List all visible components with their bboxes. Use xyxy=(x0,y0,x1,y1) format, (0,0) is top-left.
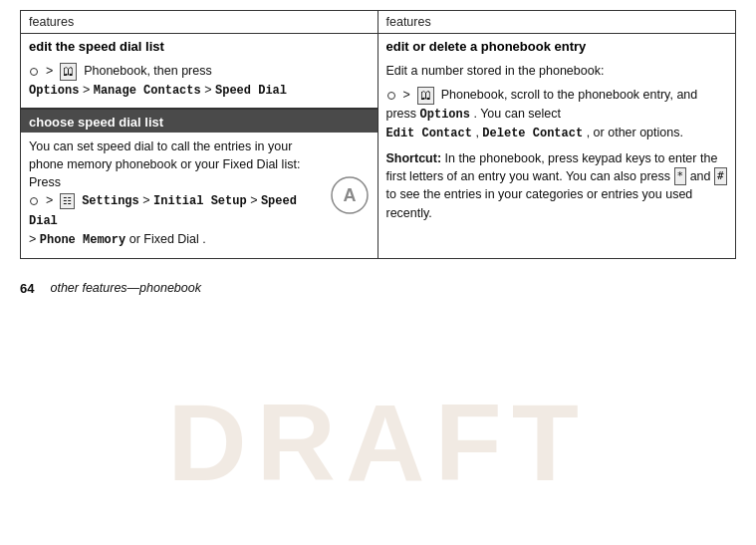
edit-contact-text: Edit Contact xyxy=(386,127,472,140)
left-column: features edit the speed dial list > 🕮 Ph… xyxy=(21,11,378,258)
left-header: features xyxy=(21,11,378,34)
choose-speed-dial-body: You can set speed dial to call the entri… xyxy=(21,133,378,258)
page-footer: 64 other features—phonebook xyxy=(0,273,756,304)
edit-delete-body: Edit a number stored in the phonebook: >… xyxy=(378,57,736,230)
phonebook-icon: 🕮 xyxy=(60,63,77,81)
main-table: features edit the speed dial list > 🕮 Ph… xyxy=(20,10,736,259)
settings-icon: ☷ xyxy=(60,193,75,210)
settings-nav: Settings xyxy=(82,194,139,208)
speed-dial-text: Speed Dial xyxy=(215,84,287,98)
initial-setup-nav: Initial Setup xyxy=(153,194,247,208)
nav-dot-right-icon xyxy=(387,92,395,100)
options-nav-text: Options xyxy=(29,84,79,98)
edit-speed-dial-body: > 🕮 Phonebook, then press Options > Mana… xyxy=(21,57,378,108)
hash-key-icon: # xyxy=(714,167,727,185)
options-right-text: Options xyxy=(420,108,470,122)
nav-dot-icon xyxy=(30,68,38,76)
choose-speed-dial-title: choose speed dial list xyxy=(21,109,378,133)
page-number: 64 xyxy=(20,281,34,296)
edit-delete-title: edit or delete a phonebook entry xyxy=(378,34,736,57)
page: DRAFT features edit the speed dial list … xyxy=(0,0,756,545)
delete-contact-text: Delete Contact xyxy=(482,127,583,140)
footer-text: other features—phonebook xyxy=(50,281,201,295)
edit-speed-dial-title: edit the speed dial list xyxy=(21,34,378,57)
right-header: features xyxy=(378,11,736,34)
manage-contacts-text: Manage Contacts xyxy=(94,84,201,98)
circle-a-icon: A xyxy=(330,175,370,215)
shortcut-label: Shortcut: xyxy=(386,151,442,165)
nav-dot-2-icon xyxy=(30,197,38,205)
content-area: features edit the speed dial list > 🕮 Ph… xyxy=(0,0,756,269)
draft-watermark: DRAFT xyxy=(167,379,589,505)
svg-text:A: A xyxy=(343,185,356,205)
phonebook-right-icon: 🕮 xyxy=(417,87,434,105)
phone-memory-nav: Phone Memory xyxy=(40,233,126,247)
right-column: features edit or delete a phonebook entr… xyxy=(378,11,736,258)
star-key-icon: * xyxy=(674,167,687,185)
